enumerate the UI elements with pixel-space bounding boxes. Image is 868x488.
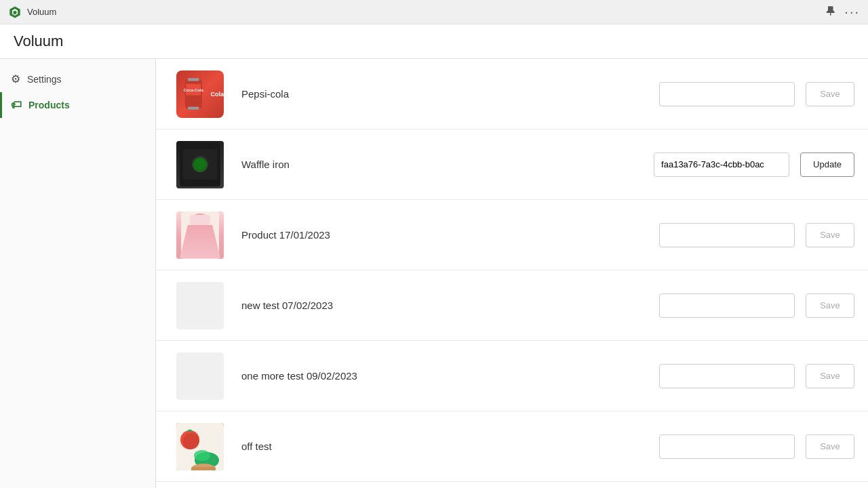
product-thumbnail: [176, 141, 224, 188]
svg-point-10: [195, 232, 198, 235]
product-image: Coca-Cola: [170, 68, 231, 119]
svg-rect-9: [181, 211, 219, 259]
svg-point-11: [200, 229, 203, 232]
product-row: new test 07/02/2023 Save: [156, 270, 868, 341]
app-body: ⚙ Settings 🏷 Products C: [0, 59, 868, 488]
title-bar-actions: ···: [824, 4, 860, 20]
product-thumbnail: Coca-Cola: [176, 70, 224, 118]
product-image: [170, 139, 231, 190]
app-title: Voluum: [14, 33, 63, 49]
title-bar: Voluum ···: [0, 0, 868, 24]
product-image: [170, 350, 231, 401]
product-name: off test: [241, 441, 648, 452]
product-thumbnail: [176, 423, 224, 470]
product-row: one more test 09/02/2023 Save: [156, 341, 868, 411]
sidebar-item-settings[interactable]: ⚙ Settings: [0, 66, 155, 92]
product-name: one more test 09/02/2023: [241, 370, 648, 382]
pin-button[interactable]: [824, 5, 836, 20]
sidebar-item-products[interactable]: 🏷 Products: [0, 92, 155, 118]
product-sku-input[interactable]: [659, 82, 795, 106]
svg-rect-6: [183, 149, 217, 180]
product-name: Pepsi-cola: [241, 88, 648, 100]
product-sku-input[interactable]: [654, 152, 789, 177]
title-bar-left: Voluum: [8, 5, 56, 19]
products-icon: 🏷: [11, 99, 22, 111]
product-image: [170, 421, 231, 472]
app-header: Voluum: [0, 24, 868, 59]
product-image: [170, 280, 231, 331]
product-no-image: [176, 282, 224, 329]
product-sku-input[interactable]: [659, 293, 795, 318]
product-sku-input[interactable]: [659, 364, 795, 388]
sidebar: ⚙ Settings 🏷 Products: [0, 59, 156, 488]
product-row: Waffle iron Update: [156, 129, 868, 200]
save-button[interactable]: Save: [806, 293, 854, 318]
product-thumbnail: [176, 211, 224, 259]
svg-text:Coca-Cola: Coca-Cola: [184, 88, 204, 92]
product-name: Waffle iron: [241, 159, 643, 170]
more-button[interactable]: ···: [844, 4, 860, 20]
svg-point-8: [195, 159, 205, 169]
product-name: new test 07/02/2023: [241, 300, 648, 311]
product-name: Product 17/01/2023: [241, 229, 648, 241]
save-button[interactable]: Save: [806, 82, 854, 106]
product-row: on again Save: [156, 482, 868, 488]
save-button[interactable]: Save: [806, 364, 854, 388]
app-logo-icon: [8, 5, 22, 19]
title-bar-title: Voluum: [27, 7, 56, 17]
product-sku-input[interactable]: [659, 223, 795, 247]
sidebar-item-products-label: Products: [28, 100, 70, 110]
product-image: [170, 209, 231, 260]
update-button[interactable]: Update: [800, 152, 854, 177]
product-no-image: [176, 352, 224, 400]
svg-point-7: [192, 156, 208, 172]
svg-rect-3: [188, 78, 199, 81]
svg-point-15: [201, 247, 203, 249]
save-button[interactable]: Save: [806, 223, 854, 247]
svg-point-18: [183, 433, 199, 449]
save-button[interactable]: Save: [806, 434, 854, 459]
svg-point-13: [203, 237, 205, 239]
app-container: Voluum ⚙ Settings 🏷 Products: [0, 24, 868, 488]
settings-icon: ⚙: [11, 73, 20, 85]
main-content: Coca-Cola Pepsi-cola Save: [156, 59, 868, 488]
svg-rect-22: [191, 467, 216, 470]
products-list[interactable]: Coca-Cola Pepsi-cola Save: [156, 59, 868, 488]
sidebar-item-settings-label: Settings: [27, 74, 62, 85]
svg-rect-4: [188, 106, 199, 109]
svg-point-20: [194, 450, 210, 461]
product-sku-input[interactable]: [659, 434, 795, 459]
product-row: Product 17/01/2023 Save: [156, 200, 868, 270]
product-row: Coca-Cola Pepsi-cola Save: [156, 59, 868, 129]
svg-point-12: [198, 239, 201, 241]
product-row: off test Save: [156, 411, 868, 482]
svg-point-14: [194, 241, 197, 244]
